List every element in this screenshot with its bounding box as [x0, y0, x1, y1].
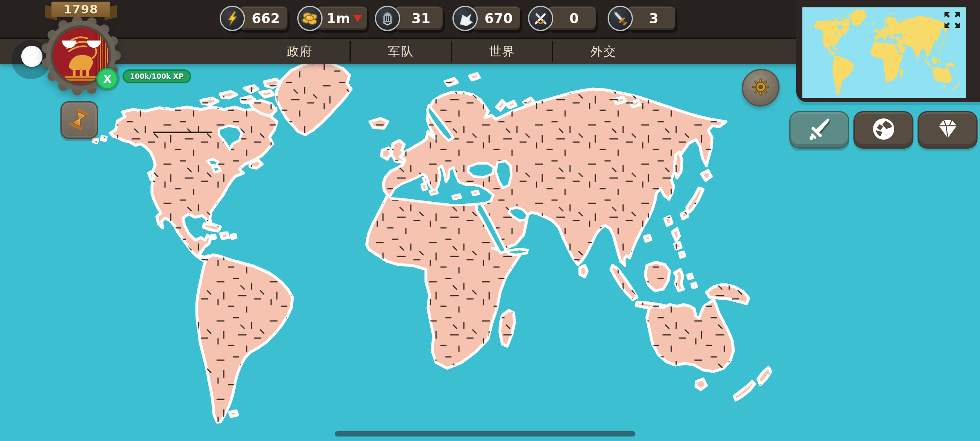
world-button[interactable]	[853, 111, 913, 149]
tab-diplomacy[interactable]: 外交	[553, 39, 654, 64]
tab-divider	[552, 41, 553, 62]
coins-icon	[297, 6, 323, 31]
resource-value: 3	[627, 7, 675, 30]
gear-icon	[751, 78, 770, 98]
banner-icon	[452, 6, 478, 31]
sword-icon	[806, 116, 833, 144]
hourglass-button[interactable]	[60, 101, 98, 139]
tab-army[interactable]: 军队	[350, 39, 452, 64]
globe-icon	[871, 116, 897, 144]
resource-value: 31	[394, 7, 443, 30]
diamond-icon	[935, 116, 961, 144]
tab-divider	[451, 41, 452, 62]
tab-divider	[350, 41, 351, 62]
resource-energy[interactable]: 662	[220, 6, 287, 31]
premium-button[interactable]	[918, 111, 978, 149]
tab-world[interactable]: 世界	[452, 39, 553, 64]
resource-value: 1m	[317, 7, 367, 30]
minimap[interactable]	[802, 7, 966, 98]
year-label: 1798	[51, 2, 110, 17]
resource-value: 662	[239, 7, 287, 30]
war-button[interactable]	[789, 111, 849, 149]
helmet-icon	[375, 6, 400, 31]
resource-wars[interactable]: 0	[528, 6, 596, 31]
resource-gold[interactable]: 1m	[297, 6, 367, 31]
tab-government[interactable]: 政府	[249, 39, 350, 64]
red-down-arrow-icon	[353, 15, 362, 22]
game-screen: 政府 军队 世界 外交 662 1m	[0, 0, 980, 441]
hourglass-icon	[68, 108, 91, 132]
lightning-icon	[220, 6, 245, 31]
minimap-panel	[796, 0, 980, 102]
resource-manpower[interactable]: 31	[375, 6, 443, 31]
white-dot-button[interactable]	[21, 46, 42, 67]
resource-value: 670	[472, 7, 520, 30]
crossed-swords-icon	[528, 6, 553, 31]
xp-progress: 100k/100k XP	[122, 69, 191, 83]
close-badge[interactable]: X	[96, 68, 118, 90]
resource-provinces[interactable]: 670	[452, 6, 520, 31]
expand-arrows-icon[interactable]	[944, 11, 961, 29]
dagger-icon	[608, 6, 633, 31]
home-indicator[interactable]	[335, 431, 635, 437]
resource-armies[interactable]: 3	[608, 6, 675, 31]
year-banner: 1798	[45, 2, 117, 20]
resource-value: 0	[548, 7, 596, 30]
